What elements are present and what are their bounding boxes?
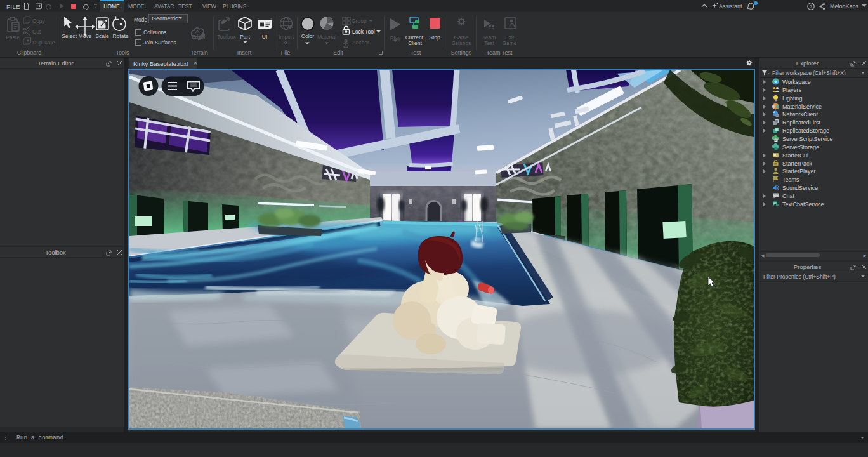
svg-text:?: ? [810, 4, 813, 10]
